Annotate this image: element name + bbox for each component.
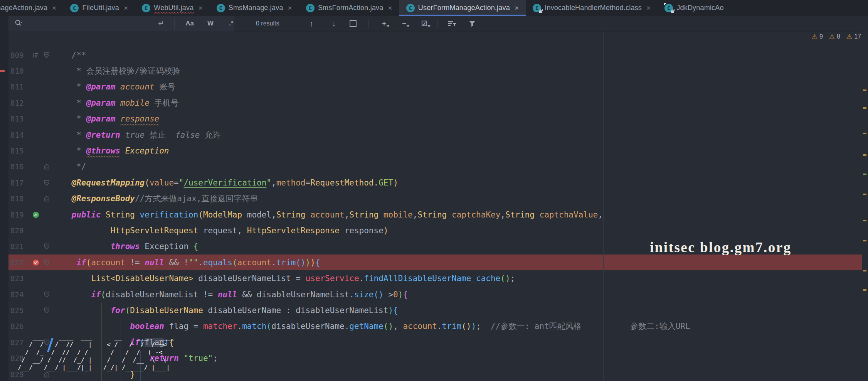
tab-close-icon[interactable]: × <box>52 4 56 12</box>
line-number[interactable]: 822 <box>8 258 30 267</box>
line-number[interactable]: 824 <box>8 290 30 299</box>
select-all-square-icon[interactable] <box>350 16 357 31</box>
line-number[interactable]: 826 <box>8 322 30 330</box>
code-token: String <box>106 210 140 219</box>
code-text: * @param response <box>52 114 159 123</box>
line-number[interactable]: 814 <box>8 131 30 139</box>
gutter-slot <box>41 371 52 378</box>
tab-invocablehandlermethod-class[interactable]: CInvocableHandlerMethod.class× <box>526 0 658 16</box>
tab-close-icon[interactable]: × <box>198 4 202 12</box>
tab-webutil-java[interactable]: CWebUtil.java× <box>135 0 209 16</box>
code-token: trim <box>442 322 462 331</box>
line-number[interactable]: 819 <box>8 211 30 219</box>
code-token: < <box>111 274 116 283</box>
code-token: @param <box>86 114 116 123</box>
code-token: " <box>266 178 271 187</box>
tab-close-icon[interactable]: × <box>646 4 651 12</box>
code-token: userService <box>306 274 359 283</box>
code-token <box>52 338 130 347</box>
fold-down-icon[interactable] <box>43 307 50 314</box>
words-toggle[interactable]: W <box>202 16 219 31</box>
tab-smsmanage-java[interactable]: CSmsManage.java× <box>210 0 299 16</box>
code-token: request <box>203 226 237 235</box>
next-occurrence-button[interactable]: ↓ <box>327 16 341 31</box>
tab-userformmanageaction-java[interactable]: CUserFormManageAction.java× <box>399 0 526 16</box>
code-token: * 会员注册校验/验证码校验 <box>52 66 180 76</box>
code-token: ) <box>384 226 389 235</box>
fold-down-icon[interactable] <box>43 179 50 187</box>
fold-down-icon[interactable] <box>43 291 50 298</box>
regex-toggle[interactable]: .* <box>223 16 240 31</box>
class-icon: C <box>664 4 673 12</box>
add-occurrence-button[interactable]: +„ <box>378 16 394 31</box>
warning-count[interactable]: ⚠17 <box>846 33 861 40</box>
spring-mapping-icon[interactable] <box>32 211 40 219</box>
tab-nageaction-java[interactable]: nageAction.java× <box>0 0 63 16</box>
warning-count[interactable]: ⚠9 <box>812 33 823 40</box>
warning-count[interactable]: ⚠8 <box>829 33 840 40</box>
line-number[interactable]: 829 <box>8 370 30 379</box>
tab-fileutil-java[interactable]: CFileUtil.java× <box>63 0 135 16</box>
match-case-toggle[interactable]: Aa <box>181 16 198 31</box>
line-number[interactable]: 815 <box>8 147 30 155</box>
newline-icon[interactable] <box>156 16 165 31</box>
line-number[interactable]: 811 <box>8 83 30 91</box>
tab-smsformaction-java[interactable]: CSmsFormAction.java× <box>299 0 399 16</box>
tab-close-icon[interactable]: × <box>515 4 519 12</box>
breakpoint-verified-icon[interactable] <box>32 259 40 266</box>
line-number[interactable]: 818 <box>8 194 30 203</box>
line-number[interactable]: 821 <box>8 242 30 251</box>
line-number[interactable]: 810 <box>8 67 30 75</box>
line-number[interactable]: 825 <box>8 306 30 315</box>
search-input[interactable] <box>27 19 152 28</box>
code-token: flag <box>145 338 164 347</box>
decompiled-badge-icon <box>664 3 666 6</box>
code-token: @param <box>86 82 116 91</box>
tab-close-icon[interactable]: × <box>288 4 292 12</box>
line-number[interactable]: 809 <box>8 51 30 59</box>
code-token: String <box>417 210 452 219</box>
error-stripe[interactable] <box>862 32 868 381</box>
line-number[interactable]: 820 <box>8 226 30 235</box>
code-token <box>115 114 120 123</box>
code-token: //参数一: ant匹配风格 参数二:输入URL <box>491 322 690 331</box>
line-number[interactable]: 812 <box>8 99 30 107</box>
code-token: ( <box>140 338 145 347</box>
filter-funnel-icon[interactable] <box>468 16 476 31</box>
fold-down-icon[interactable] <box>43 243 50 250</box>
code-token: && ! <box>169 258 188 267</box>
fold-down-icon[interactable] <box>43 259 50 266</box>
tab-jdkdynamicao[interactable]: CJdkDynamicAo <box>658 0 868 16</box>
line-number[interactable]: 817 <box>8 179 30 187</box>
previous-occurrence-button[interactable]: ↑ <box>304 16 318 31</box>
code-token: { <box>193 242 198 251</box>
code-token: "true" <box>183 354 213 363</box>
fold-up-icon[interactable] <box>43 195 50 202</box>
line-number[interactable]: 823 <box>8 274 30 283</box>
line-number[interactable]: 827 <box>8 338 30 347</box>
fold-down-icon[interactable] <box>43 339 50 346</box>
code-editor[interactable]: 809 /**810 * 会员注册校验/验证码校验811 * @param ac… <box>8 32 868 381</box>
line-number[interactable]: 816 <box>8 162 30 171</box>
code-token <box>52 258 76 267</box>
gutter-slot <box>41 259 52 266</box>
search-icon[interactable] <box>14 16 23 31</box>
tab-close-icon[interactable]: × <box>124 4 128 12</box>
code-token: { <box>403 290 408 299</box>
stripe-tick <box>863 154 866 156</box>
select-all-occurrences-button[interactable]: ☑„ <box>418 16 434 31</box>
code-token: public <box>72 210 106 219</box>
filter-lines-icon[interactable] <box>447 16 457 31</box>
inspections-widget[interactable]: ⚠9⚠8⚠17 <box>812 33 861 40</box>
gutter-list-icon[interactable] <box>32 51 40 59</box>
fold-down-icon[interactable] <box>43 51 50 59</box>
line-number[interactable]: 813 <box>8 115 30 123</box>
fold-up-icon[interactable] <box>43 371 50 378</box>
line-number[interactable]: 828 <box>8 354 30 362</box>
stripe-tick <box>863 194 866 195</box>
remove-occurrence-button[interactable]: −„ <box>398 16 414 31</box>
code-text: public String verification(ModelMap mode… <box>52 210 603 219</box>
fold-up-icon[interactable] <box>43 163 50 170</box>
gutter-slot <box>30 51 41 59</box>
tab-close-icon[interactable]: × <box>388 4 392 12</box>
